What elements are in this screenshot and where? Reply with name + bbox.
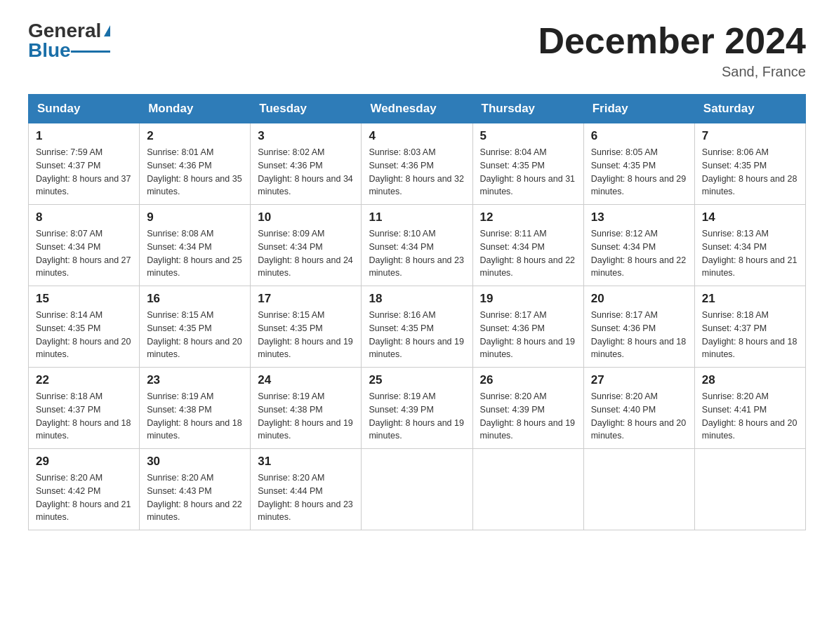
day-number: 26 <box>480 373 576 387</box>
calendar-cell: 24Sunrise: 8:19 AMSunset: 4:38 PMDayligh… <box>251 368 362 449</box>
day-info: Sunrise: 8:20 AMSunset: 4:40 PMDaylight:… <box>591 390 687 443</box>
day-info: Sunrise: 8:15 AMSunset: 4:35 PMDaylight:… <box>258 309 354 361</box>
calendar-cell: 28Sunrise: 8:20 AMSunset: 4:41 PMDayligh… <box>694 368 805 449</box>
day-info: Sunrise: 8:17 AMSunset: 4:36 PMDaylight:… <box>591 309 687 361</box>
weekday-header-tuesday: Tuesday <box>251 95 362 123</box>
day-info: Sunrise: 8:11 AMSunset: 4:34 PMDaylight:… <box>480 227 576 280</box>
day-number: 19 <box>480 292 576 306</box>
day-number: 11 <box>369 210 465 224</box>
calendar-cell <box>694 449 805 530</box>
calendar-cell: 23Sunrise: 8:19 AMSunset: 4:38 PMDayligh… <box>140 368 251 449</box>
weekday-header-thursday: Thursday <box>472 95 583 123</box>
title-area: December 2024 Sand, France <box>538 21 806 80</box>
day-info: Sunrise: 8:09 AMSunset: 4:34 PMDaylight:… <box>258 227 354 280</box>
calendar-cell: 8Sunrise: 8:07 AMSunset: 4:34 PMDaylight… <box>29 205 140 286</box>
week-row-1: 1Sunrise: 7:59 AMSunset: 4:37 PMDaylight… <box>29 123 806 205</box>
day-number: 9 <box>147 210 243 224</box>
day-number: 8 <box>36 210 132 224</box>
day-number: 29 <box>36 455 132 469</box>
page-header: General Blue December 2024 Sand, France <box>28 21 806 80</box>
day-info: Sunrise: 8:18 AMSunset: 4:37 PMDaylight:… <box>36 390 132 443</box>
day-info: Sunrise: 8:19 AMSunset: 4:38 PMDaylight:… <box>258 390 354 443</box>
day-info: Sunrise: 8:19 AMSunset: 4:39 PMDaylight:… <box>369 390 465 443</box>
day-info: Sunrise: 8:10 AMSunset: 4:34 PMDaylight:… <box>369 227 465 280</box>
location-text: Sand, France <box>538 64 806 80</box>
day-info: Sunrise: 8:13 AMSunset: 4:34 PMDaylight:… <box>702 227 798 280</box>
calendar-cell: 29Sunrise: 8:20 AMSunset: 4:42 PMDayligh… <box>29 449 140 530</box>
calendar-cell: 10Sunrise: 8:09 AMSunset: 4:34 PMDayligh… <box>251 205 362 286</box>
calendar-cell: 20Sunrise: 8:17 AMSunset: 4:36 PMDayligh… <box>583 286 694 368</box>
day-info: Sunrise: 8:01 AMSunset: 4:36 PMDaylight:… <box>147 146 243 199</box>
day-number: 25 <box>369 373 465 387</box>
day-info: Sunrise: 8:17 AMSunset: 4:36 PMDaylight:… <box>480 309 576 361</box>
day-number: 30 <box>147 455 243 469</box>
calendar-cell: 4Sunrise: 8:03 AMSunset: 4:36 PMDaylight… <box>362 123 472 205</box>
day-number: 24 <box>258 373 354 387</box>
day-info: Sunrise: 8:08 AMSunset: 4:34 PMDaylight:… <box>147 227 243 280</box>
week-row-3: 15Sunrise: 8:14 AMSunset: 4:35 PMDayligh… <box>29 286 806 368</box>
calendar-cell: 14Sunrise: 8:13 AMSunset: 4:34 PMDayligh… <box>694 205 805 286</box>
day-number: 21 <box>702 292 798 306</box>
calendar-cell: 31Sunrise: 8:20 AMSunset: 4:44 PMDayligh… <box>251 449 362 530</box>
day-number: 5 <box>480 129 576 143</box>
calendar-cell: 5Sunrise: 8:04 AMSunset: 4:35 PMDaylight… <box>472 123 583 205</box>
day-info: Sunrise: 8:20 AMSunset: 4:41 PMDaylight:… <box>702 390 798 443</box>
calendar-cell: 17Sunrise: 8:15 AMSunset: 4:35 PMDayligh… <box>251 286 362 368</box>
calendar-cell <box>472 449 583 530</box>
day-number: 18 <box>369 292 465 306</box>
calendar-cell: 30Sunrise: 8:20 AMSunset: 4:43 PMDayligh… <box>140 449 251 530</box>
day-info: Sunrise: 8:12 AMSunset: 4:34 PMDaylight:… <box>591 227 687 280</box>
calendar-cell: 2Sunrise: 8:01 AMSunset: 4:36 PMDaylight… <box>140 123 251 205</box>
day-number: 20 <box>591 292 687 306</box>
day-info: Sunrise: 8:20 AMSunset: 4:42 PMDaylight:… <box>36 471 132 524</box>
day-info: Sunrise: 8:20 AMSunset: 4:44 PMDaylight:… <box>258 471 354 524</box>
day-info: Sunrise: 8:06 AMSunset: 4:35 PMDaylight:… <box>702 146 798 199</box>
calendar-cell: 19Sunrise: 8:17 AMSunset: 4:36 PMDayligh… <box>472 286 583 368</box>
logo: General Blue <box>28 21 110 60</box>
day-number: 28 <box>702 373 798 387</box>
calendar-cell: 22Sunrise: 8:18 AMSunset: 4:37 PMDayligh… <box>29 368 140 449</box>
week-row-5: 29Sunrise: 8:20 AMSunset: 4:42 PMDayligh… <box>29 449 806 530</box>
calendar-cell: 21Sunrise: 8:18 AMSunset: 4:37 PMDayligh… <box>694 286 805 368</box>
day-number: 14 <box>702 210 798 224</box>
day-number: 7 <box>702 129 798 143</box>
day-number: 13 <box>591 210 687 224</box>
day-info: Sunrise: 8:07 AMSunset: 4:34 PMDaylight:… <box>36 227 132 280</box>
day-info: Sunrise: 8:18 AMSunset: 4:37 PMDaylight:… <box>702 309 798 361</box>
day-number: 4 <box>369 129 465 143</box>
calendar-cell <box>583 449 694 530</box>
weekday-header-row: SundayMondayTuesdayWednesdayThursdayFrid… <box>29 95 806 123</box>
day-number: 12 <box>480 210 576 224</box>
day-info: Sunrise: 8:20 AMSunset: 4:39 PMDaylight:… <box>480 390 576 443</box>
logo-triangle-icon <box>104 25 110 36</box>
day-info: Sunrise: 8:16 AMSunset: 4:35 PMDaylight:… <box>369 309 465 361</box>
calendar-table: SundayMondayTuesdayWednesdayThursdayFrid… <box>28 94 806 530</box>
calendar-cell: 6Sunrise: 8:05 AMSunset: 4:35 PMDaylight… <box>583 123 694 205</box>
day-number: 31 <box>258 455 354 469</box>
weekday-header-saturday: Saturday <box>694 95 805 123</box>
calendar-cell: 1Sunrise: 7:59 AMSunset: 4:37 PMDaylight… <box>29 123 140 205</box>
day-number: 17 <box>258 292 354 306</box>
day-info: Sunrise: 8:14 AMSunset: 4:35 PMDaylight:… <box>36 309 132 361</box>
weekday-header-sunday: Sunday <box>29 95 140 123</box>
calendar-cell: 18Sunrise: 8:16 AMSunset: 4:35 PMDayligh… <box>362 286 472 368</box>
day-number: 6 <box>591 129 687 143</box>
day-info: Sunrise: 7:59 AMSunset: 4:37 PMDaylight:… <box>36 146 132 199</box>
day-number: 3 <box>258 129 354 143</box>
day-info: Sunrise: 8:03 AMSunset: 4:36 PMDaylight:… <box>369 146 465 199</box>
week-row-4: 22Sunrise: 8:18 AMSunset: 4:37 PMDayligh… <box>29 368 806 449</box>
calendar-cell: 9Sunrise: 8:08 AMSunset: 4:34 PMDaylight… <box>140 205 251 286</box>
day-info: Sunrise: 8:19 AMSunset: 4:38 PMDaylight:… <box>147 390 243 443</box>
day-number: 2 <box>147 129 243 143</box>
day-number: 23 <box>147 373 243 387</box>
calendar-cell: 12Sunrise: 8:11 AMSunset: 4:34 PMDayligh… <box>472 205 583 286</box>
calendar-cell: 13Sunrise: 8:12 AMSunset: 4:34 PMDayligh… <box>583 205 694 286</box>
calendar-cell: 16Sunrise: 8:15 AMSunset: 4:35 PMDayligh… <box>140 286 251 368</box>
calendar-cell: 25Sunrise: 8:19 AMSunset: 4:39 PMDayligh… <box>362 368 472 449</box>
day-info: Sunrise: 8:20 AMSunset: 4:43 PMDaylight:… <box>147 471 243 524</box>
day-info: Sunrise: 8:02 AMSunset: 4:36 PMDaylight:… <box>258 146 354 199</box>
weekday-header-wednesday: Wednesday <box>362 95 472 123</box>
weekday-header-friday: Friday <box>583 95 694 123</box>
weekday-header-monday: Monday <box>140 95 251 123</box>
logo-general-text: General <box>28 21 101 41</box>
